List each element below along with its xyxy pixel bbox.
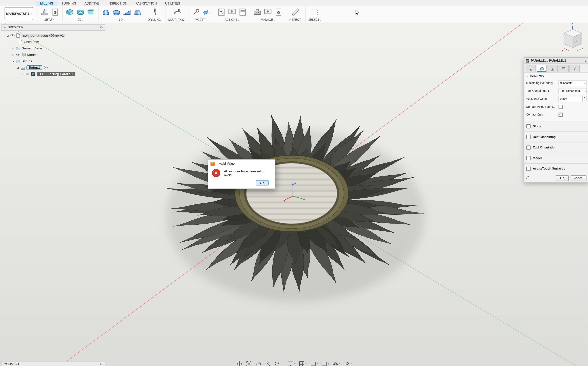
modify-menu[interactable]: MODIFY▾	[195, 18, 208, 22]
group-avoid-touch-surfaces[interactable]: Avoid/Touch Surfaces	[524, 163, 588, 174]
visibility-icon[interactable]	[10, 34, 15, 37]
ramp-button[interactable]	[122, 8, 132, 16]
browser-row-setup1[interactable]: ◢ Setup1	[1, 64, 105, 70]
spinner-down-icon[interactable]: ▼	[583, 99, 586, 102]
spinner[interactable]: ▲ ▼	[582, 96, 586, 101]
slope-checkbox[interactable]	[526, 124, 531, 129]
expand-icon[interactable]: ◢	[16, 66, 20, 69]
active-setup-icon[interactable]	[43, 65, 48, 70]
manage-menu[interactable]: MANAGE▾	[261, 18, 275, 22]
actions-menu[interactable]: ACTIONS▾	[225, 18, 239, 22]
info-icon[interactable]: ⓘ	[526, 176, 529, 181]
simulate-button[interactable]	[227, 8, 237, 16]
gcode-document-button[interactable]	[51, 8, 60, 16]
tool-library-button[interactable]	[253, 8, 262, 16]
pocket-clearing-button[interactable]	[112, 8, 121, 16]
expand-icon[interactable]: ◢	[6, 34, 9, 37]
measure-button[interactable]	[291, 8, 300, 16]
group-model[interactable]: Model	[524, 153, 588, 163]
visibility-off-icon[interactable]	[25, 72, 30, 76]
orbit-button[interactable]: ▾	[332, 361, 340, 366]
rest-machining-checkbox[interactable]	[526, 135, 531, 139]
tab-geometry[interactable]	[537, 65, 547, 72]
2d-menu[interactable]: 2D▾	[78, 18, 83, 22]
expand-icon[interactable]: ▷	[12, 47, 15, 50]
visibility-icon[interactable]	[16, 53, 20, 56]
expand-icon[interactable]: ▷	[12, 53, 15, 56]
face-button[interactable]	[86, 8, 96, 16]
tab-tool[interactable]	[526, 65, 536, 72]
tab-milling[interactable]: MILLING	[36, 1, 57, 6]
pan-hand-button[interactable]	[255, 361, 261, 366]
browser-header[interactable]: ◀◀ BROWSER ⊖	[1, 24, 105, 30]
tab-turning[interactable]: TURNING	[57, 1, 80, 6]
dialog-title-bar[interactable]: F Invalid Value	[208, 160, 275, 167]
multi-axis-menu[interactable]: MULTI-AXIS▾	[168, 18, 186, 22]
browser-row-setups[interactable]: ◢ Setups	[1, 58, 105, 64]
window-selection-button[interactable]	[310, 8, 319, 16]
avoid-touch-surfaces-checkbox[interactable]	[526, 167, 531, 171]
drilling-menu[interactable]: DRILLING▾	[148, 18, 163, 22]
additional-offset-input[interactable]: 0 mm ▲ ▼	[558, 96, 587, 102]
group-tool-orientation[interactable]: Tool Orientation	[524, 142, 588, 153]
setup-sheet-button[interactable]	[238, 8, 247, 16]
tab-additive[interactable]: ADDITIVE	[80, 1, 103, 6]
task-manager-button[interactable]	[263, 8, 272, 16]
machining-boundary-select[interactable]: Silhouette ▾	[558, 80, 587, 86]
new-setup-button[interactable]	[40, 8, 49, 16]
expand-icon[interactable]: ▷	[21, 72, 24, 76]
operation-dialog-header[interactable]: PARALLEL : PARALLEL1 »	[524, 58, 588, 64]
collapse-browser-icon[interactable]: ◀◀	[4, 26, 6, 28]
workspace-switcher[interactable]: MANUFACTURE ▾	[5, 7, 33, 20]
dialog-ok-button[interactable]: OK	[256, 180, 269, 186]
zoom-window-button[interactable]	[274, 361, 280, 366]
inspect-menu[interactable]: INSPECT▾	[289, 18, 303, 22]
contact-point-boundary-checkbox[interactable]	[558, 105, 563, 109]
expand-icon[interactable]: ◢	[12, 59, 15, 62]
post-library-button[interactable]	[274, 8, 283, 16]
browser-row-parallel1[interactable]: ▷ [T1 (0:29:02)] Parallel1	[1, 71, 105, 77]
pan-button[interactable]	[237, 361, 243, 366]
tab-heights[interactable]	[548, 65, 558, 72]
group-slope[interactable]: Slope	[524, 121, 588, 131]
grid-settings-button[interactable]: ▾	[299, 361, 306, 366]
browser-options-icon[interactable]: ⊖	[100, 26, 103, 29]
viewcube[interactable]: Z RIGHT X Y	[561, 21, 588, 57]
browser-row-models[interactable]: ▷ Models	[1, 51, 105, 58]
setup1-label[interactable]: Setup1	[27, 65, 42, 70]
viewport-single-button[interactable]: ▾	[310, 361, 318, 366]
browser-row-named-views[interactable]: ▷ Named Views	[1, 45, 105, 51]
erase-toolpath-button[interactable]	[202, 8, 211, 16]
tab-linking[interactable]	[569, 65, 580, 72]
browser-row-root[interactable]: ◢ солнце типовое 400мм v1	[1, 32, 105, 38]
comments-header[interactable]: COMMENTS ⊖	[1, 361, 105, 366]
tab-inspection[interactable]: INSPECTION	[103, 1, 131, 6]
collapse-dialog-icon[interactable]: »	[585, 59, 587, 62]
adaptive-clearing-button[interactable]	[101, 8, 110, 16]
pocket-2d-button[interactable]	[65, 8, 75, 16]
browser-row-units[interactable]: Units: mm	[1, 38, 105, 45]
spinner-up-icon[interactable]: ▲	[583, 96, 586, 99]
select-menu[interactable]: SELECT▾	[308, 18, 321, 22]
zoom-button[interactable]	[265, 361, 271, 366]
contact-only-checkbox[interactable]	[558, 113, 563, 117]
post-process-button[interactable]	[217, 8, 226, 16]
trim-toolpath-button[interactable]	[191, 8, 200, 16]
display-settings-button[interactable]: ▾	[288, 361, 295, 366]
operation-cancel-button[interactable]: Cancel	[571, 175, 586, 181]
comments-options-icon[interactable]: ⊖	[100, 363, 103, 366]
tool-orientation-checkbox[interactable]	[526, 145, 531, 150]
swarf-button[interactable]	[173, 8, 182, 16]
group-rest-machining[interactable]: Rest Machining	[524, 131, 588, 142]
tab-fabrication[interactable]: FABRICATION	[131, 1, 161, 6]
tab-utilities[interactable]: UTILITIES	[161, 1, 184, 6]
drill-button[interactable]	[151, 8, 160, 16]
tab-passes[interactable]	[558, 65, 569, 72]
geometry-section-header[interactable]: ▼ Geometry	[524, 73, 588, 79]
ground-plane-button[interactable]: ▾	[344, 361, 351, 366]
tool-containment-select[interactable]: Tool center on b... ▾	[558, 88, 587, 94]
parallel1-operation-label[interactable]: [T1 (0:29:02)] Parallel1	[37, 72, 75, 76]
contour-2d-button[interactable]	[76, 8, 85, 16]
root-component-label[interactable]: солнце типовое 400мм v1	[22, 33, 65, 37]
operation-ok-button[interactable]: OK	[556, 175, 569, 181]
